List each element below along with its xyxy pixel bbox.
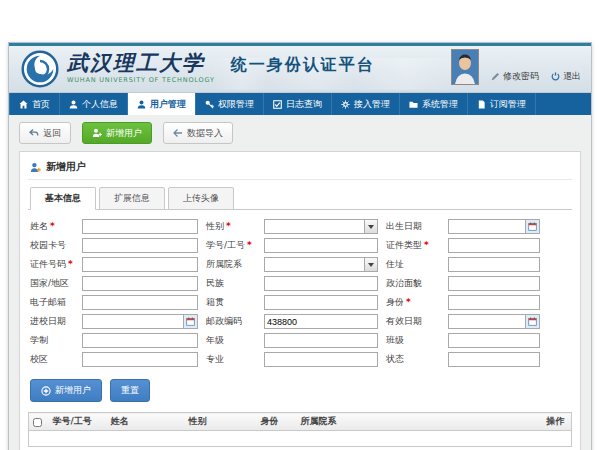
col-identity: 身份 <box>259 413 299 431</box>
add-user-toolbar-button[interactable]: 新增用户 <box>82 122 152 144</box>
nav-item-subscription-management[interactable]: 订阅管理 <box>468 93 536 115</box>
tab-basic-info[interactable]: 基本信息 <box>30 187 96 210</box>
field-label: 校园卡号 <box>30 240 66 250</box>
field-label: 有效日期 <box>386 316 422 326</box>
id-number-field: 证件号码* <box>30 257 206 272</box>
data-import-button[interactable]: 数据导入 <box>163 122 233 144</box>
nav-item-home[interactable]: 首页 <box>9 93 60 115</box>
major-input[interactable] <box>264 352 378 367</box>
id-number-input[interactable] <box>82 257 198 272</box>
header-titles: 武汉理工大学 WUHAN UNIVERSITY OF TECHNOLOGY 统一… <box>67 51 375 84</box>
basic-info-form: 姓名* 性别* 出生日期 校园卡号 学号/工号* <box>28 210 572 373</box>
email-input[interactable] <box>82 295 198 310</box>
campus-input[interactable] <box>82 352 198 367</box>
valid-date-field: 有效日期 <box>386 314 572 329</box>
department-select[interactable] <box>264 257 378 272</box>
field-label: 籍贯 <box>206 297 224 307</box>
select-all-cell <box>29 413 51 431</box>
nav-item-permission-management[interactable]: 权限管理 <box>196 93 264 115</box>
tab-extended-info[interactable]: 扩展信息 <box>99 187 165 210</box>
add-user-label: 新增用户 <box>106 127 142 140</box>
field-label: 进校日期 <box>30 316 66 326</box>
add-user-section-icon <box>30 162 41 173</box>
ethnicity-field: 民族 <box>206 276 386 291</box>
status-field: 状态 <box>386 352 572 367</box>
select-all-checkbox[interactable] <box>33 418 42 427</box>
nav-label: 订阅管理 <box>490 98 526 111</box>
student-id-input[interactable] <box>264 238 378 253</box>
calendar-icon[interactable] <box>183 315 197 328</box>
native-place-input[interactable] <box>264 295 378 310</box>
address-input[interactable] <box>448 257 540 272</box>
panel-title-row: 新增用户 <box>28 156 572 180</box>
folder-icon <box>409 100 418 109</box>
empty-table-row <box>29 431 572 447</box>
nav-label: 权限管理 <box>218 98 254 111</box>
political-status-input[interactable] <box>448 276 540 291</box>
address-field: 住址 <box>386 257 572 272</box>
panel-tabbar: 基本信息 扩展信息 上传头像 <box>28 186 572 210</box>
submit-add-user-button[interactable]: 新增用户 <box>30 379 102 402</box>
pencil-icon <box>491 72 500 81</box>
page-icon <box>477 100 486 109</box>
field-label: 校区 <box>30 354 48 364</box>
nav-item-system-management[interactable]: 系统管理 <box>400 93 468 115</box>
valid-date-input[interactable] <box>449 315 525 328</box>
required-marker: * <box>226 221 231 231</box>
nav-item-user-management[interactable]: 用户管理 <box>128 93 196 115</box>
nav-item-profile[interactable]: 个人信息 <box>60 93 128 115</box>
entry-date-input[interactable] <box>83 315 183 328</box>
name-input[interactable] <box>82 219 198 234</box>
nav-item-log-query[interactable]: 日志查询 <box>264 93 332 115</box>
grade-input[interactable] <box>264 333 378 348</box>
department-field: 所属院系 <box>206 257 386 272</box>
id-type-input[interactable] <box>448 238 540 253</box>
calendar-icon[interactable] <box>525 220 539 233</box>
country-field: 国家/地区 <box>30 276 206 291</box>
ethnicity-input[interactable] <box>264 276 378 291</box>
required-marker: * <box>247 240 252 250</box>
required-marker: * <box>50 221 55 231</box>
field-label: 所属院系 <box>206 259 242 269</box>
change-password-link[interactable]: 修改密码 <box>491 70 539 85</box>
submit-label: 新增用户 <box>55 384 91 397</box>
nav-label: 日志查询 <box>286 98 322 111</box>
home-icon <box>19 100 28 109</box>
plus-circle-icon <box>41 386 51 396</box>
status-input[interactable] <box>448 352 540 367</box>
field-label: 学号/工号 <box>206 240 245 250</box>
calendar-icon[interactable] <box>525 315 539 328</box>
nav-item-access-management[interactable]: 接入管理 <box>332 93 400 115</box>
person-icon <box>137 100 146 109</box>
field-label: 状态 <box>386 354 404 364</box>
postal-code-input[interactable] <box>264 314 378 329</box>
country-input[interactable] <box>82 276 198 291</box>
grade-field: 年级 <box>206 333 386 348</box>
class-input[interactable] <box>448 333 540 348</box>
name-field: 姓名* <box>30 219 206 234</box>
campus-card-input[interactable] <box>82 238 198 253</box>
back-button[interactable]: 返回 <box>19 122 71 144</box>
nav-label: 个人信息 <box>82 98 118 111</box>
field-label: 学制 <box>30 335 48 345</box>
header: 武汉理工大学 WUHAN UNIVERSITY OF TECHNOLOGY 统一… <box>9 46 591 93</box>
nav-label: 用户管理 <box>150 98 186 111</box>
identity-input[interactable] <box>448 295 540 310</box>
birth-date-input[interactable] <box>449 220 525 233</box>
tab-upload-avatar[interactable]: 上传头像 <box>168 187 234 210</box>
political-status-field: 政治面貌 <box>386 276 572 291</box>
table-header-row: 学号/工号 姓名 性别 身份 所属院系 操作 <box>29 413 572 431</box>
gender-select[interactable] <box>264 219 378 234</box>
field-label: 民族 <box>206 278 224 288</box>
field-label: 身份 <box>386 297 404 307</box>
field-label: 证件号码 <box>30 259 66 269</box>
power-icon <box>551 72 560 81</box>
add-user-panel: 新增用户 基本信息 扩展信息 上传头像 姓名* 性别* 出生日期 <box>19 151 581 450</box>
app-window: 武汉理工大学 WUHAN UNIVERSITY OF TECHNOLOGY 统一… <box>8 42 592 450</box>
field-label: 出生日期 <box>386 221 422 231</box>
reset-button[interactable]: 重置 <box>110 379 150 402</box>
logout-link[interactable]: 退出 <box>551 70 581 85</box>
education-length-input[interactable] <box>82 333 198 348</box>
main-nav: 首页 个人信息 用户管理 权限管理 日志查询 接入管理 系统管理 订阅管理 <box>9 93 591 115</box>
required-marker: * <box>424 240 429 250</box>
